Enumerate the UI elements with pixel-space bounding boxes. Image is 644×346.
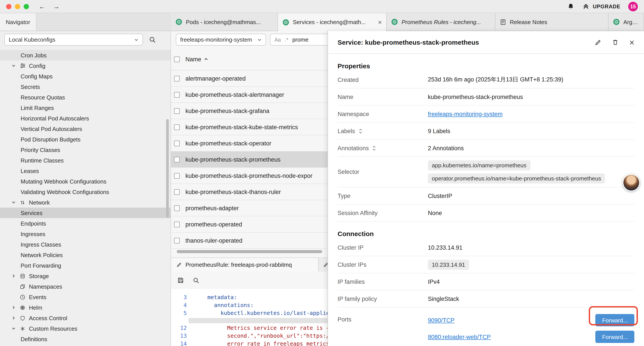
- row-checkbox[interactable]: [174, 75, 180, 81]
- sidebar-item-config[interactable]: Config: [0, 60, 170, 71]
- sidebar-item-secrets[interactable]: Secrets: [0, 81, 170, 92]
- upgrade-button[interactable]: UPGRADE: [582, 3, 620, 10]
- row-checkbox[interactable]: [174, 238, 180, 243]
- namespace-link[interactable]: freeleaps-monitoring-system: [428, 111, 502, 117]
- sidebar-item-access-control[interactable]: Access Control: [0, 313, 170, 323]
- sidebar-item-services[interactable]: Services: [0, 208, 170, 218]
- tab-argo[interactable]: Argo Se: [608, 13, 644, 31]
- kubeconfig-select[interactable]: Local Kubeconfigs: [4, 34, 143, 45]
- shield-icon: [19, 315, 26, 321]
- tab-label: Argo Se: [624, 19, 639, 25]
- sidebar-item-validating-webhook-configurations[interactable]: Validating Webhook Configurations: [0, 187, 170, 197]
- chevron-right-icon: [10, 305, 16, 310]
- tab-release-notes[interactable]: Release Notes: [496, 13, 608, 31]
- edit-icon[interactable]: [595, 39, 602, 46]
- chevron-down-icon: [10, 200, 16, 205]
- row-checkbox[interactable]: [174, 92, 180, 97]
- drawer-title: Service: kube-prometheus-stack-prometheu…: [338, 38, 479, 46]
- forward-button[interactable]: Forward...: [596, 314, 634, 326]
- code-line: annotations:: [207, 301, 254, 309]
- port-link[interactable]: 8080:reloader-web/TCP: [428, 334, 491, 340]
- sidebar-item-vertical-pod-autoscalers[interactable]: Vertical Pod Autoscalers: [0, 123, 170, 134]
- row-checkbox[interactable]: [174, 157, 180, 162]
- notification-count-badge[interactable]: 15: [628, 1, 638, 11]
- line-number: 13: [171, 332, 187, 340]
- sidebar-item-network[interactable]: Network: [0, 197, 170, 208]
- tab-pods[interactable]: Pods - icecheng@mathmas...: [171, 13, 278, 31]
- sidebar-item-storage[interactable]: Storage: [0, 271, 170, 281]
- tab-label: Prometheus Rules - icecheng...: [402, 19, 481, 25]
- sidebar-item-endpoints[interactable]: Endpoints: [0, 218, 170, 229]
- sidebar-item-events[interactable]: Events: [0, 292, 170, 302]
- sidebar-item-network-policies[interactable]: Network Policies: [0, 250, 170, 260]
- kubeconfig-select-value: Local Kubeconfigs: [9, 36, 56, 43]
- row-checkbox[interactable]: [174, 140, 180, 146]
- row-checkbox[interactable]: [174, 108, 180, 114]
- sidebar-item-cron-jobs[interactable]: Cron Jobs: [0, 50, 170, 60]
- scrollbar-thumb[interactable]: [177, 250, 322, 253]
- forward-button[interactable]: Forward...: [596, 331, 634, 343]
- sidebar-item-custom-resources[interactable]: Custom Resources: [0, 323, 170, 334]
- sidebar-scrollbar[interactable]: [166, 119, 169, 218]
- sidebar-item-runtime-classes[interactable]: Runtime Classes: [0, 155, 170, 166]
- namespace-select[interactable]: freeleaps-monitoring-system: [176, 34, 266, 45]
- horizontal-scrollbar[interactable]: [175, 250, 329, 254]
- sidebar-item-config-maps[interactable]: Config Maps: [0, 71, 170, 81]
- row-checkbox[interactable]: [174, 173, 180, 178]
- sidebar-item-helm[interactable]: Helm: [0, 302, 170, 313]
- sidebar-item-leases[interactable]: Leases: [0, 166, 170, 176]
- sidebar-item-port-forwarding[interactable]: Port Forwarding: [0, 260, 170, 271]
- sidebar-item-definitions[interactable]: Definitions: [0, 334, 170, 344]
- minimize-window-button[interactable]: [15, 4, 20, 9]
- sidebar-item-pod-disruption-budgets[interactable]: Pod Disruption Budgets: [0, 134, 170, 145]
- close-tab-icon[interactable]: ×: [378, 19, 382, 25]
- row-checkbox[interactable]: [174, 189, 180, 195]
- selector-badge: app.kubernetes.io/name=prometheus: [428, 160, 530, 170]
- tab-prometheus-rules[interactable]: Prometheus Rules - icecheng...: [387, 13, 496, 31]
- sidebar-item-namespaces[interactable]: Namespaces: [0, 281, 170, 292]
- avatar[interactable]: [622, 174, 640, 191]
- dock-tab-prometheusrule[interactable]: PrometheusRule: freeleaps-prod-rabbitmq: [171, 258, 319, 272]
- config-icon: [19, 63, 26, 69]
- row-checkbox[interactable]: [174, 221, 180, 227]
- sidebar-item-limit-ranges[interactable]: Limit Ranges: [0, 102, 170, 113]
- drawer-row-selector: Selector app.kubernetes.io/name=promethe…: [338, 157, 634, 187]
- tab-label: Pods - icecheng@mathmas...: [186, 19, 260, 25]
- trash-icon[interactable]: [612, 39, 619, 45]
- custom-resources-icon: [19, 326, 26, 331]
- sidebar-item-priority-classes[interactable]: Priority Classes: [0, 145, 170, 155]
- line-number: 5: [171, 309, 187, 317]
- sidebar-item-ingresses[interactable]: Ingresses: [0, 229, 170, 239]
- sidebar-search-icon[interactable]: [149, 36, 156, 43]
- select-all-checkbox[interactable]: [174, 56, 180, 62]
- sidebar-item-ingress-classes[interactable]: Ingress Classes: [0, 239, 170, 250]
- name-column-header[interactable]: Name: [186, 56, 208, 62]
- expander-icon[interactable]: [358, 128, 362, 134]
- line-number: 4: [171, 301, 187, 309]
- zoom-window-button[interactable]: [24, 4, 29, 9]
- regex-toggle[interactable]: .*: [285, 36, 288, 43]
- row-checkbox[interactable]: [174, 205, 180, 211]
- back-button[interactable]: ←: [38, 3, 45, 10]
- chevron-down-icon: [257, 37, 262, 42]
- sidebar-item-horizontal-pod-autoscalers[interactable]: Horizontal Pod Autoscalers: [0, 113, 170, 123]
- expander-icon[interactable]: [372, 145, 376, 151]
- forward-button[interactable]: →: [53, 3, 60, 10]
- editor-search-icon[interactable]: [193, 277, 200, 284]
- match-case-toggle[interactable]: Aa: [274, 36, 281, 43]
- close-window-button[interactable]: [6, 4, 12, 9]
- close-icon[interactable]: ×: [629, 38, 634, 47]
- helm-icon: [19, 305, 26, 310]
- titlebar: ← → UPGRADE 15: [0, 0, 644, 13]
- drawer-row-type: Type ClusterIP: [338, 187, 634, 205]
- tab-label: Release Notes: [510, 19, 547, 25]
- notification-bell-icon[interactable]: [567, 3, 574, 10]
- tab-services[interactable]: Services - icecheng@math... ×: [278, 13, 387, 31]
- row-checkbox[interactable]: [174, 124, 180, 130]
- sidebar-item-resource-quotas[interactable]: Resource Quotas: [0, 92, 170, 102]
- chevron-right-icon: [10, 274, 16, 278]
- save-icon[interactable]: [177, 277, 184, 284]
- service-details-drawer: Service: kube-prometheus-stack-prometheu…: [328, 31, 644, 346]
- sidebar-item-mutating-webhook-configurations[interactable]: Mutating Webhook Configurations: [0, 176, 170, 187]
- port-link[interactable]: 9090/TCP: [428, 317, 454, 324]
